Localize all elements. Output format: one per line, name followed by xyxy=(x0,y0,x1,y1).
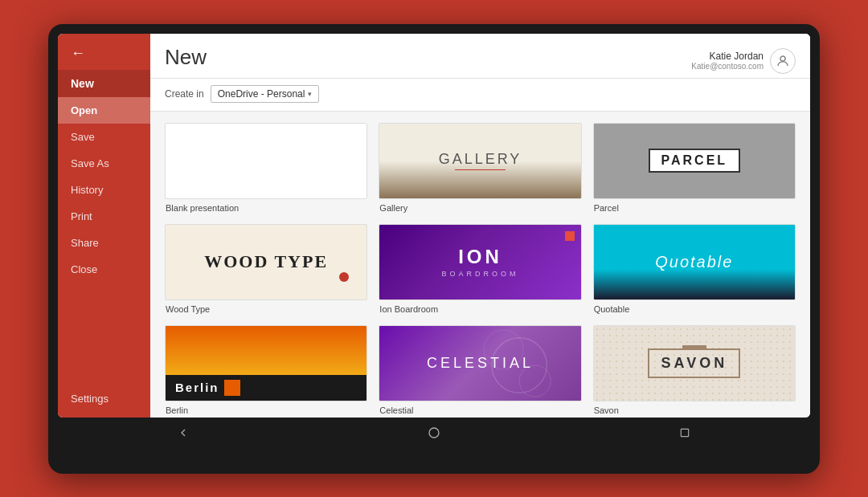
ion-label: ION xyxy=(458,246,502,268)
create-in-label: Create in xyxy=(165,88,204,100)
template-name-gallery: Gallery xyxy=(379,203,581,213)
tablet-screen: ← New Open Save Save As History Print Sh… xyxy=(58,34,810,418)
ion-sub-label: BOARDROOM xyxy=(441,270,518,278)
sidebar: ← New Open Save Save As History Print Sh… xyxy=(58,34,150,418)
sidebar-item-close[interactable]: Close xyxy=(58,256,150,283)
sidebar-item-save[interactable]: Save xyxy=(58,124,150,150)
gallery-underline xyxy=(455,169,505,170)
home-nav-button[interactable] xyxy=(426,425,442,441)
sidebar-item-save-as[interactable]: Save As xyxy=(58,150,150,177)
sidebar-item-new[interactable]: New xyxy=(58,70,150,97)
main-content: New Katie Jordan Katie@contoso.com xyxy=(150,34,810,418)
template-card-ion-boardroom[interactable]: ION BOARDROOM Ion Boardroom xyxy=(379,224,581,314)
svg-point-4 xyxy=(429,428,439,438)
template-thumb-gallery: GALLERY xyxy=(379,123,581,199)
user-text: Katie Jordan Katie@contoso.com xyxy=(691,51,764,71)
template-thumb-parcel: PARCEL xyxy=(593,123,796,199)
template-thumb-ion: ION BOARDROOM xyxy=(379,224,581,300)
template-card-berlin[interactable]: Berlin Berlin xyxy=(165,325,367,415)
back-nav-button[interactable] xyxy=(175,425,191,441)
main-header: New Katie Jordan Katie@contoso.com xyxy=(150,34,810,79)
template-card-quotable[interactable]: Quotable Quotable xyxy=(593,224,796,314)
create-section: Create in OneDrive - Personal ▾ xyxy=(150,79,810,112)
android-nav-bar xyxy=(58,422,810,443)
user-name: Katie Jordan xyxy=(691,51,764,62)
berlin-bar: Berlin xyxy=(166,375,366,401)
template-name-berlin: Berlin xyxy=(165,405,367,415)
gallery-label: GALLERY xyxy=(439,151,522,168)
template-name-wood-type: Wood Type xyxy=(165,304,367,314)
template-thumb-berlin: Berlin xyxy=(165,325,367,401)
avatar[interactable] xyxy=(770,48,796,74)
sidebar-item-open[interactable]: Open xyxy=(58,97,150,124)
recents-nav-button[interactable] xyxy=(677,425,693,441)
template-name-ion: Ion Boardroom xyxy=(379,304,581,314)
chevron-down-icon: ▾ xyxy=(308,90,312,98)
sidebar-item-settings[interactable]: Settings xyxy=(58,383,150,418)
template-thumb-savon: SAVON xyxy=(593,325,796,401)
user-email: Katie@contoso.com xyxy=(691,62,764,71)
template-card-celestial[interactable]: CELESTIAL Celestial xyxy=(379,325,581,415)
template-grid: Blank presentation GALLERY Gallery xyxy=(150,112,810,418)
sidebar-item-share[interactable]: Share xyxy=(58,230,150,256)
back-button[interactable]: ← xyxy=(58,34,150,70)
ion-accent xyxy=(565,231,575,241)
sidebar-item-print[interactable]: Print xyxy=(58,203,150,230)
svg-point-0 xyxy=(780,56,785,61)
savon-top-accent xyxy=(682,345,706,350)
template-thumb-wood: WOOD TYPE xyxy=(165,224,367,300)
svg-rect-5 xyxy=(681,429,688,436)
user-info: Katie Jordan Katie@contoso.com xyxy=(691,45,796,74)
template-card-savon[interactable]: SAVON Savon xyxy=(593,325,796,415)
create-in-dropdown[interactable]: OneDrive - Personal ▾ xyxy=(211,85,320,103)
template-card-wood-type[interactable]: WOOD TYPE Wood Type xyxy=(165,224,367,314)
quotable-label: Quotable xyxy=(655,253,733,271)
sidebar-item-history[interactable]: History xyxy=(58,177,150,203)
template-card-gallery[interactable]: GALLERY Gallery xyxy=(379,123,581,213)
parcel-label: PARCEL xyxy=(661,153,728,168)
template-card-blank[interactable]: Blank presentation xyxy=(165,123,367,213)
template-thumb-celestial: CELESTIAL xyxy=(379,325,581,401)
parcel-box: PARCEL xyxy=(649,149,741,173)
savon-border: SAVON xyxy=(648,348,740,378)
berlin-accent xyxy=(224,380,240,396)
tablet-frame: ← New Open Save Save As History Print Sh… xyxy=(48,24,820,474)
template-thumb-blank xyxy=(165,123,367,199)
template-card-parcel[interactable]: PARCEL Parcel xyxy=(593,123,796,213)
celestial-label: CELESTIAL xyxy=(427,355,534,372)
sidebar-spacer xyxy=(58,283,150,383)
savon-label: SAVON xyxy=(661,355,727,372)
berlin-label: Berlin xyxy=(175,381,219,394)
wood-type-label: WOOD TYPE xyxy=(204,251,328,272)
template-thumb-quotable: Quotable xyxy=(593,224,796,300)
page-title: New xyxy=(165,45,207,70)
template-name-celestial: Celestial xyxy=(379,405,581,415)
template-name-parcel: Parcel xyxy=(593,203,796,213)
template-name-blank: Blank presentation xyxy=(165,203,367,213)
wood-dot-accent xyxy=(339,272,349,282)
template-name-savon: Savon xyxy=(593,405,796,415)
template-name-quotable: Quotable xyxy=(593,304,796,314)
